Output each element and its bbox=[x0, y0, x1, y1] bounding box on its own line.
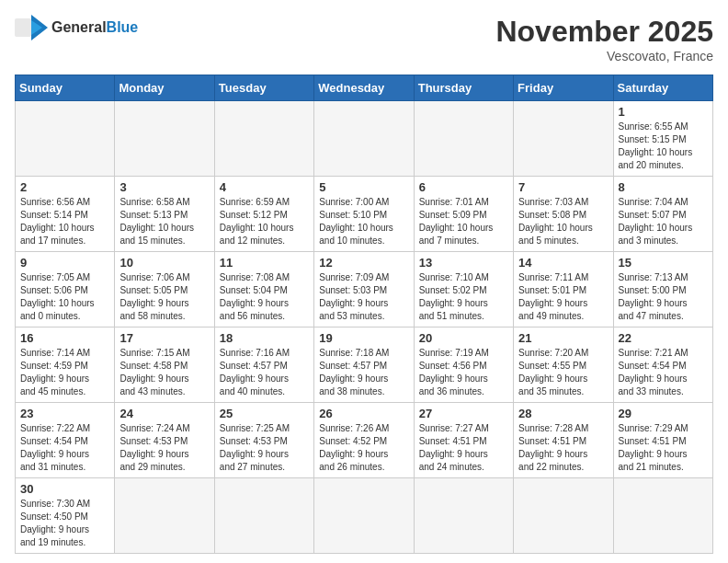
week-row-6: 30Sunrise: 7:30 AM Sunset: 4:50 PM Dayli… bbox=[16, 478, 713, 554]
calendar-cell: 3Sunrise: 6:58 AM Sunset: 5:13 PM Daylig… bbox=[115, 177, 214, 252]
day-number: 11 bbox=[220, 256, 309, 270]
logo: GeneralBlue bbox=[15, 15, 138, 40]
calendar: SundayMondayTuesdayWednesdayThursdayFrid… bbox=[15, 75, 713, 554]
day-number: 14 bbox=[518, 256, 608, 270]
weekday-header-saturday: Saturday bbox=[613, 75, 712, 101]
weekday-header-tuesday: Tuesday bbox=[214, 75, 313, 101]
day-number: 21 bbox=[518, 331, 608, 345]
calendar-cell: 19Sunrise: 7:18 AM Sunset: 4:57 PM Dayli… bbox=[314, 327, 414, 403]
day-info: Sunrise: 6:58 AM Sunset: 5:13 PM Dayligh… bbox=[119, 196, 209, 247]
calendar-cell bbox=[414, 478, 513, 554]
day-number: 7 bbox=[518, 180, 608, 194]
day-number: 26 bbox=[319, 407, 408, 420]
calendar-cell: 24Sunrise: 7:24 AM Sunset: 4:53 PM Dayli… bbox=[115, 403, 214, 478]
day-info: Sunrise: 7:10 AM Sunset: 5:02 PM Dayligh… bbox=[419, 271, 508, 323]
calendar-cell bbox=[613, 478, 712, 554]
calendar-cell: 27Sunrise: 7:27 AM Sunset: 4:51 PM Dayli… bbox=[414, 403, 513, 478]
location: Vescovato, France bbox=[495, 49, 713, 63]
page-header: GeneralBlue November 2025 Vescovato, Fra… bbox=[15, 15, 713, 63]
calendar-cell bbox=[314, 101, 414, 177]
day-info: Sunrise: 7:05 AM Sunset: 5:06 PM Dayligh… bbox=[20, 271, 109, 323]
day-number: 22 bbox=[619, 331, 708, 345]
day-info: Sunrise: 7:28 AM Sunset: 4:51 PM Dayligh… bbox=[518, 422, 608, 474]
calendar-cell: 23Sunrise: 7:22 AM Sunset: 4:54 PM Dayli… bbox=[16, 403, 115, 478]
day-info: Sunrise: 7:14 AM Sunset: 4:59 PM Dayligh… bbox=[20, 347, 109, 398]
calendar-cell: 18Sunrise: 7:16 AM Sunset: 4:57 PM Dayli… bbox=[214, 327, 313, 403]
day-info: Sunrise: 7:01 AM Sunset: 5:09 PM Dayligh… bbox=[419, 196, 508, 247]
calendar-cell: 22Sunrise: 7:21 AM Sunset: 4:54 PM Dayli… bbox=[613, 327, 712, 403]
day-info: Sunrise: 7:19 AM Sunset: 4:56 PM Dayligh… bbox=[419, 347, 508, 398]
day-number: 25 bbox=[220, 407, 309, 420]
calendar-cell: 25Sunrise: 7:25 AM Sunset: 4:53 PM Dayli… bbox=[214, 403, 313, 478]
logo-text: GeneralBlue bbox=[51, 19, 138, 36]
day-number: 23 bbox=[20, 407, 109, 420]
day-number: 13 bbox=[419, 256, 508, 270]
calendar-cell bbox=[16, 101, 115, 177]
calendar-cell: 26Sunrise: 7:26 AM Sunset: 4:52 PM Dayli… bbox=[314, 403, 414, 478]
day-number: 5 bbox=[319, 180, 408, 194]
day-number: 10 bbox=[119, 256, 209, 270]
calendar-cell bbox=[115, 478, 214, 554]
weekday-header-thursday: Thursday bbox=[414, 75, 513, 101]
day-info: Sunrise: 7:30 AM Sunset: 4:50 PM Dayligh… bbox=[20, 498, 109, 549]
day-number: 30 bbox=[20, 482, 109, 496]
day-number: 28 bbox=[518, 407, 608, 420]
day-info: Sunrise: 7:26 AM Sunset: 4:52 PM Dayligh… bbox=[319, 422, 408, 474]
day-info: Sunrise: 7:08 AM Sunset: 5:04 PM Dayligh… bbox=[220, 271, 309, 323]
calendar-cell: 5Sunrise: 7:00 AM Sunset: 5:10 PM Daylig… bbox=[314, 177, 414, 252]
day-number: 15 bbox=[619, 256, 708, 270]
day-info: Sunrise: 7:11 AM Sunset: 5:01 PM Dayligh… bbox=[518, 271, 608, 323]
day-number: 4 bbox=[220, 180, 309, 194]
day-info: Sunrise: 7:24 AM Sunset: 4:53 PM Dayligh… bbox=[119, 422, 209, 474]
calendar-cell: 28Sunrise: 7:28 AM Sunset: 4:51 PM Dayli… bbox=[514, 403, 613, 478]
day-info: Sunrise: 6:59 AM Sunset: 5:12 PM Dayligh… bbox=[220, 196, 309, 247]
calendar-cell: 20Sunrise: 7:19 AM Sunset: 4:56 PM Dayli… bbox=[414, 327, 513, 403]
day-number: 9 bbox=[20, 256, 109, 270]
calendar-cell: 17Sunrise: 7:15 AM Sunset: 4:58 PM Dayli… bbox=[115, 327, 214, 403]
calendar-cell bbox=[115, 101, 214, 177]
calendar-cell: 13Sunrise: 7:10 AM Sunset: 5:02 PM Dayli… bbox=[414, 252, 513, 327]
day-info: Sunrise: 7:29 AM Sunset: 4:51 PM Dayligh… bbox=[619, 422, 708, 474]
day-info: Sunrise: 7:09 AM Sunset: 5:03 PM Dayligh… bbox=[319, 271, 408, 323]
day-info: Sunrise: 7:03 AM Sunset: 5:08 PM Dayligh… bbox=[518, 196, 608, 247]
calendar-cell: 15Sunrise: 7:13 AM Sunset: 5:00 PM Dayli… bbox=[613, 252, 712, 327]
calendar-cell: 9Sunrise: 7:05 AM Sunset: 5:06 PM Daylig… bbox=[16, 252, 115, 327]
day-info: Sunrise: 6:56 AM Sunset: 5:14 PM Dayligh… bbox=[20, 196, 109, 247]
day-info: Sunrise: 6:55 AM Sunset: 5:15 PM Dayligh… bbox=[619, 121, 708, 172]
day-number: 29 bbox=[619, 407, 708, 420]
day-info: Sunrise: 7:27 AM Sunset: 4:51 PM Dayligh… bbox=[419, 422, 508, 474]
calendar-cell bbox=[414, 101, 513, 177]
day-number: 12 bbox=[319, 256, 408, 270]
month-title: November 2025 bbox=[495, 15, 713, 49]
day-info: Sunrise: 7:04 AM Sunset: 5:07 PM Dayligh… bbox=[619, 196, 708, 247]
logo-icon bbox=[15, 15, 48, 40]
day-number: 1 bbox=[619, 105, 708, 119]
day-number: 8 bbox=[619, 180, 708, 194]
day-info: Sunrise: 7:06 AM Sunset: 5:05 PM Dayligh… bbox=[119, 271, 209, 323]
calendar-cell: 10Sunrise: 7:06 AM Sunset: 5:05 PM Dayli… bbox=[115, 252, 214, 327]
weekday-header-monday: Monday bbox=[115, 75, 214, 101]
calendar-cell bbox=[514, 101, 613, 177]
calendar-cell: 1Sunrise: 6:55 AM Sunset: 5:15 PM Daylig… bbox=[613, 101, 712, 177]
svg-rect-0 bbox=[15, 18, 31, 37]
calendar-cell: 11Sunrise: 7:08 AM Sunset: 5:04 PM Dayli… bbox=[214, 252, 313, 327]
day-info: Sunrise: 7:21 AM Sunset: 4:54 PM Dayligh… bbox=[619, 347, 708, 398]
day-number: 19 bbox=[319, 331, 408, 345]
day-number: 2 bbox=[20, 180, 109, 194]
calendar-cell: 14Sunrise: 7:11 AM Sunset: 5:01 PM Dayli… bbox=[514, 252, 613, 327]
week-row-5: 23Sunrise: 7:22 AM Sunset: 4:54 PM Dayli… bbox=[16, 403, 713, 478]
day-number: 20 bbox=[419, 331, 508, 345]
calendar-cell: 6Sunrise: 7:01 AM Sunset: 5:09 PM Daylig… bbox=[414, 177, 513, 252]
day-number: 16 bbox=[20, 331, 109, 345]
week-row-4: 16Sunrise: 7:14 AM Sunset: 4:59 PM Dayli… bbox=[16, 327, 713, 403]
day-number: 3 bbox=[119, 180, 209, 194]
week-row-2: 2Sunrise: 6:56 AM Sunset: 5:14 PM Daylig… bbox=[16, 177, 713, 252]
day-number: 27 bbox=[419, 407, 508, 420]
title-block: November 2025 Vescovato, France bbox=[495, 15, 713, 63]
calendar-cell: 12Sunrise: 7:09 AM Sunset: 5:03 PM Dayli… bbox=[314, 252, 414, 327]
day-info: Sunrise: 7:16 AM Sunset: 4:57 PM Dayligh… bbox=[220, 347, 309, 398]
weekday-header-row: SundayMondayTuesdayWednesdayThursdayFrid… bbox=[16, 75, 713, 101]
calendar-cell: 7Sunrise: 7:03 AM Sunset: 5:08 PM Daylig… bbox=[514, 177, 613, 252]
day-number: 6 bbox=[419, 180, 508, 194]
day-info: Sunrise: 7:25 AM Sunset: 4:53 PM Dayligh… bbox=[220, 422, 309, 474]
